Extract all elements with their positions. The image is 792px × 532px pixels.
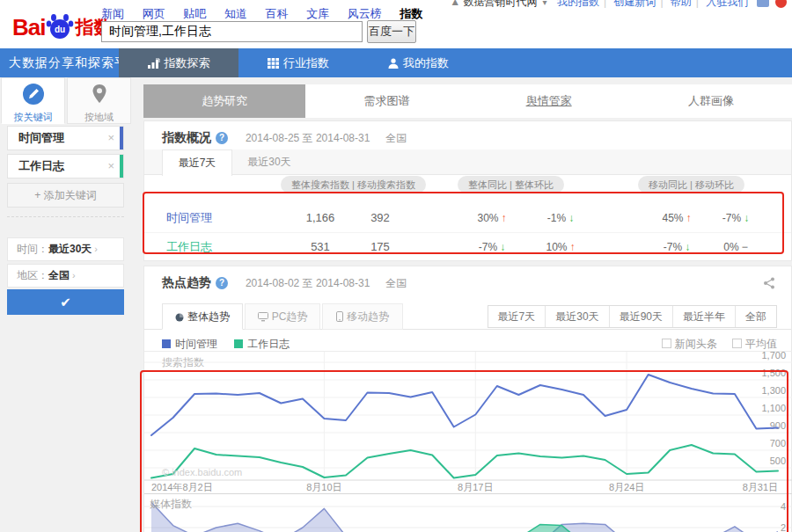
baidu-search-button[interactable]: 百度一下 [367, 20, 416, 43]
mobile-phone-icon [336, 306, 343, 331]
notification-icon[interactable] [775, 0, 787, 8]
subtab-last30days[interactable]: 最近30天 [232, 149, 306, 175]
time-filter[interactable]: 时间：最近30天› [7, 237, 124, 261]
time-range-group: 最近7天 最近30天 最近90天 最近半年 全部 [488, 305, 777, 328]
chart-legend: 时间管理 工作日志 [162, 337, 304, 351]
chart-options: 新闻头条 平均值 [649, 337, 777, 352]
range-half-year[interactable]: 最近半年 [672, 306, 735, 327]
add-keyword-button[interactable]: + 添加关键词 [7, 183, 124, 208]
keyword-tag-1[interactable]: 时间管理 × [7, 126, 124, 150]
range-last7days[interactable]: 最近7天 [488, 306, 546, 327]
help-icon[interactable]: ? [216, 132, 228, 144]
svg-text:700: 700 [770, 438, 786, 448]
overall-trend-icon [175, 306, 184, 331]
trend-date-range: 2014-08-02 至 2014-08-31 [246, 277, 370, 289]
legend-item: 时间管理 [162, 338, 217, 350]
mobile-index-value: 392 [351, 204, 409, 232]
trend-arrow-icon: ↓ [744, 212, 749, 224]
svg-text:1,700: 1,700 [761, 352, 786, 361]
grid-icon [268, 50, 279, 79]
svg-text:2: 2 [781, 522, 786, 532]
checkbox-icon [662, 339, 671, 348]
account-link-join[interactable]: 入驻我们 [706, 0, 748, 8]
baidu-index-logo[interactable]: Bai du 指数 [12, 11, 112, 43]
region-filter[interactable]: 地区：全国› [7, 264, 124, 288]
nav-link-web[interactable]: 网页 [143, 7, 165, 20]
metric-cell: 30%↑ [452, 204, 532, 232]
main-content: 趋势研究 需求图谱 舆情管家 人群画像 指数概况? 2014-08-25 至 2… [132, 77, 792, 532]
account-link-my-index[interactable]: 我的指数 [557, 0, 599, 8]
table-row: 时间管理 1,166 392 30%↑ -1%↓ 45%↑ -7%↓ [144, 204, 791, 232]
account-link-create-word[interactable]: 创建新词 [613, 0, 656, 8]
account-user[interactable]: 数据营销时代网 [464, 0, 538, 8]
overall-index-value: 1,166 [285, 204, 356, 232]
close-icon[interactable]: × [107, 155, 114, 178]
tab-industry-index[interactable]: 行业指数 [238, 48, 358, 77]
check-icon: ✔ [60, 295, 71, 310]
svg-text:8月10日: 8月10日 [306, 482, 341, 492]
trend-arrow-icon: ↑ [686, 212, 692, 224]
overview-date-range: 2014-08-25 至 2014-08-31 [246, 132, 370, 144]
nav-link-index[interactable]: 指数 [400, 7, 422, 20]
nav-link-tieba[interactable]: 贴吧 [183, 7, 206, 20]
row-keyword-link[interactable]: 时间管理 [166, 204, 212, 232]
chevron-right-icon: › [94, 244, 98, 254]
confirm-button[interactable]: ✔ [7, 289, 124, 315]
column-header-overall-compare: 整体同比 | 整体环比 [458, 176, 564, 193]
help-icon[interactable]: ? [216, 277, 228, 289]
account-link-help[interactable]: 帮助 [671, 0, 692, 8]
trend-arrow-icon: − [742, 241, 748, 253]
range-last90days[interactable]: 最近90天 [609, 306, 672, 327]
mode-tab-region[interactable]: 按地域 [67, 77, 131, 124]
top-header: ▲ 数据营销时代网▾ 我的指数| 创建新词| 帮助| 入驻我们 新闻 网页 贴吧… [0, 0, 792, 48]
monitor-icon [258, 306, 268, 331]
range-last30days[interactable]: 最近30天 [545, 306, 608, 327]
mode-tab-keyword[interactable]: 按关键词 [1, 77, 65, 124]
chevron-right-icon: › [72, 270, 76, 281]
baidu-paw-icon: du [46, 11, 74, 43]
nav-link-baike[interactable]: 百科 [266, 7, 289, 20]
tab-pc-trend[interactable]: PC趋势 [245, 303, 320, 330]
tab-my-index[interactable]: 我的指数 [358, 48, 479, 77]
nav-link-wenku[interactable]: 文库 [306, 7, 329, 20]
map-pin-icon [88, 83, 111, 106]
user-icon: ▲ [450, 0, 460, 8]
nav-link-fengyunbang[interactable]: 风云榜 [348, 7, 382, 20]
media-index-chart[interactable]: 42 [144, 493, 792, 532]
search-input[interactable] [101, 21, 363, 42]
trend-arrow-icon: ↓ [568, 212, 574, 224]
app-chip-icon[interactable] [757, 0, 769, 7]
tab-mobile-trend[interactable]: 移动趋势 [322, 303, 403, 330]
overview-header: 指数概况? 2014-08-25 至 2014-08-31 全国 [162, 130, 407, 146]
share-icon[interactable] [763, 277, 775, 293]
nav-link-zhidao[interactable]: 知道 [224, 7, 247, 20]
logo-bai-text: Bai [12, 14, 45, 41]
sidebar: 按关键词 按地域 时间管理 × 工作日志 × + 添加关键词 时间：最近30天›… [0, 77, 132, 532]
row-keyword-link[interactable]: 工作日志 [166, 233, 212, 261]
keyword-tag-2[interactable]: 工作日志 × [7, 154, 124, 179]
metric-cell: -7%↓ [452, 233, 532, 261]
trend-region: 全国 [385, 277, 407, 289]
tab-overall-trend[interactable]: 整体趋势 [162, 303, 243, 330]
trend-arrow-icon: ↑ [570, 241, 576, 253]
news-headline-checkbox[interactable]: 新闻头条 [662, 338, 717, 350]
svg-text:8月17日: 8月17日 [458, 482, 493, 492]
tab-trend-research[interactable]: 趋势研究 [143, 84, 305, 118]
svg-text:1,300: 1,300 [761, 385, 786, 396]
subtab-last7days[interactable]: 最近7天 [162, 149, 232, 176]
overview-title: 指数概况 [162, 130, 211, 144]
svg-text:8月31日: 8月31日 [743, 482, 778, 492]
svg-text:1,500: 1,500 [761, 368, 786, 378]
research-tabs: 趋势研究 需求图谱 舆情管家 人群画像 [143, 84, 792, 118]
metric-cell: 10%↑ [521, 233, 600, 261]
index-overview-card: 指数概况? 2014-08-25 至 2014-08-31 全国 最近7天 最近… [143, 120, 792, 261]
close-icon[interactable]: × [107, 127, 114, 149]
tab-demand-map[interactable]: 需求图谱 [305, 84, 467, 118]
range-all[interactable]: 全部 [735, 306, 776, 327]
tab-sentiment-manager[interactable]: 舆情管家 [468, 84, 630, 118]
tab-index-explore[interactable]: 指数探索 [119, 48, 238, 77]
svg-text:1,100: 1,100 [761, 403, 786, 413]
account-row: ▲ 数据营销时代网▾ 我的指数| 创建新词| 帮助| 入驻我们 [450, 0, 787, 10]
tab-audience-profile[interactable]: 人群画像 [630, 84, 792, 118]
average-checkbox[interactable]: 平均值 [732, 338, 777, 350]
